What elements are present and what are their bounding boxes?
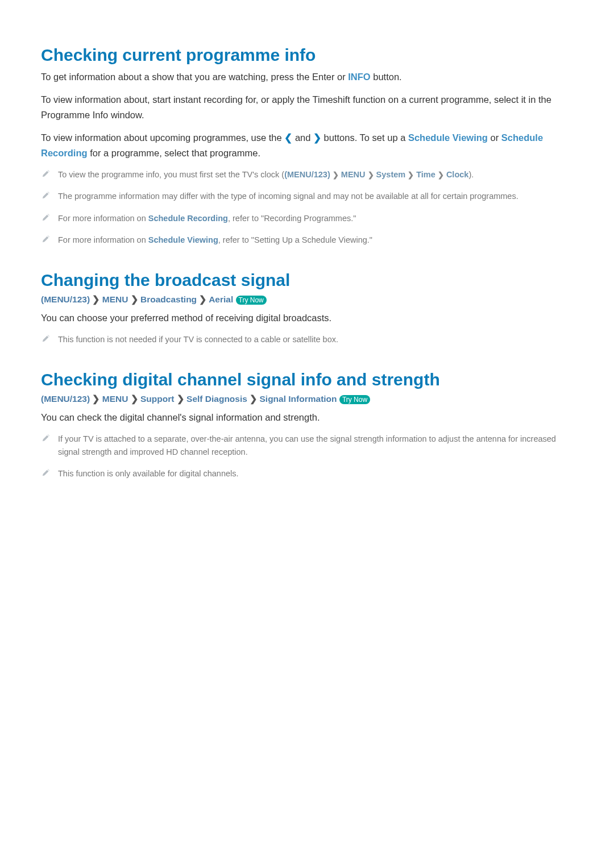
try-now-button[interactable]: Try Now <box>236 296 267 305</box>
menu-path-item: Time <box>416 170 435 179</box>
note-schedule-viewing: For more information on Schedule Viewing… <box>58 234 573 246</box>
note-list-1: To view the programme info, you must fir… <box>41 168 573 247</box>
pencil-icon <box>42 468 50 476</box>
chevron-left-icon: ❮ <box>284 130 292 145</box>
chevron-right-icon: ❯ <box>368 169 374 181</box>
menu-path-item: Broadcasting <box>140 294 197 304</box>
pencil-icon <box>42 191 50 199</box>
menu-path-item: MENU <box>102 394 128 404</box>
note-list-2: This function is not needed if your TV i… <box>41 333 573 346</box>
menu-path-item: Self Diagnosis <box>186 394 247 404</box>
section-programme-info: Checking current programme info To get i… <box>41 45 573 247</box>
note-schedule-recording: For more information on Schedule Recordi… <box>58 212 573 225</box>
pencil-icon <box>42 334 50 342</box>
note-clock-setup: To view the programme info, you must fir… <box>58 168 573 181</box>
try-now-button[interactable]: Try Now <box>339 395 370 404</box>
heading-digital-signal: Checking digital channel signal info and… <box>41 370 573 389</box>
menu-path-item: (MENU/123) <box>41 394 90 404</box>
menu-path-item: MENU <box>341 170 366 179</box>
chevron-right-icon: ❯ <box>131 294 138 305</box>
note-signal-differ: The programme information may differ wit… <box>58 190 573 202</box>
para-info-button: To get information about a show that you… <box>41 69 573 84</box>
pencil-icon <box>42 235 50 243</box>
section-broadcast-signal: Changing the broadcast signal (MENU/123)… <box>41 271 573 346</box>
pencil-icon <box>42 169 50 177</box>
chevron-right-icon: ❯ <box>313 130 321 145</box>
note-digital-only: This function is only available for digi… <box>58 467 573 480</box>
note-cable-satellite: This function is not needed if your TV i… <box>58 333 573 346</box>
schedule-viewing-link: Schedule Viewing <box>408 132 488 143</box>
schedule-recording-ref: Schedule Recording <box>148 214 228 223</box>
info-button-label: INFO <box>348 72 370 82</box>
note-antenna-adjust: If your TV is attached to a separate, ov… <box>58 433 573 458</box>
para-receiving-method: You can choose your preferred method of … <box>41 310 573 325</box>
heading-programme-info: Checking current programme info <box>41 45 573 65</box>
menu-path-item: (MENU/123) <box>284 170 330 179</box>
para-schedule-viewing: To view information about upcoming progr… <box>41 130 573 160</box>
menu-path-item: MENU <box>102 294 128 304</box>
chevron-right-icon: ❯ <box>250 394 257 404</box>
menu-path-item: Signal Information <box>260 394 337 404</box>
chevron-right-icon: ❯ <box>408 169 414 181</box>
menu-path-broadcast: (MENU/123) ❯ MENU ❯ Broadcasting ❯ Aeria… <box>41 294 573 305</box>
menu-path-item: Support <box>140 394 174 404</box>
pencil-icon <box>42 434 50 442</box>
pencil-icon <box>42 213 50 221</box>
schedule-viewing-ref: Schedule Viewing <box>148 235 218 244</box>
chevron-right-icon: ❯ <box>177 394 184 404</box>
menu-path-item: System <box>376 170 406 179</box>
chevron-right-icon: ❯ <box>438 169 444 181</box>
note-list-3: If your TV is attached to a separate, ov… <box>41 433 573 480</box>
chevron-right-icon: ❯ <box>92 394 99 404</box>
para-programme-info-window: To view information about, start instant… <box>41 92 573 122</box>
menu-path-signal: (MENU/123) ❯ MENU ❯ Support ❯ Self Diagn… <box>41 394 573 404</box>
chevron-right-icon: ❯ <box>92 294 99 305</box>
menu-path-item: Clock <box>446 170 469 179</box>
section-digital-signal: Checking digital channel signal info and… <box>41 370 573 480</box>
chevron-right-icon: ❯ <box>131 394 138 404</box>
para-check-signal: You can check the digital channel's sign… <box>41 410 573 425</box>
menu-path-item: (MENU/123) <box>41 294 90 304</box>
chevron-right-icon: ❯ <box>333 169 339 181</box>
heading-broadcast-signal: Changing the broadcast signal <box>41 271 573 290</box>
menu-path-item: Aerial <box>209 294 233 304</box>
chevron-right-icon: ❯ <box>199 294 206 305</box>
